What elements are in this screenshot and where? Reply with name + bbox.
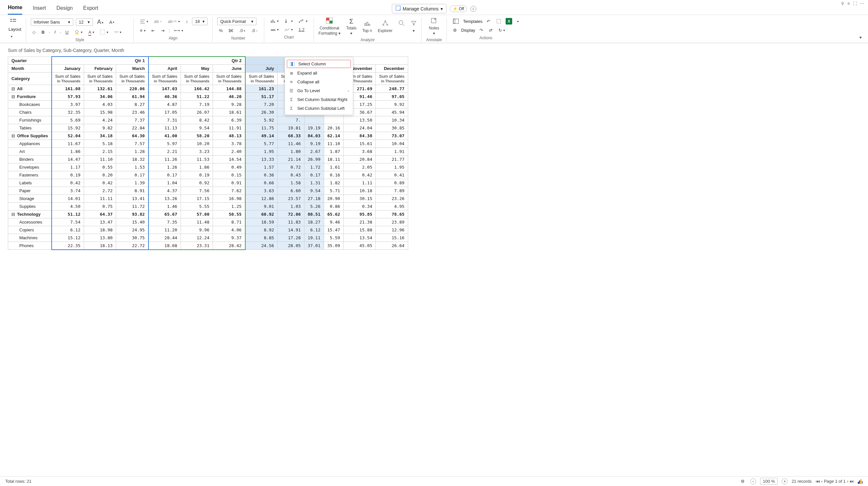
data-cell[interactable]: 9.19: [304, 139, 324, 148]
tab-design[interactable]: Design: [56, 3, 72, 14]
data-cell[interactable]: 40.36: [149, 93, 181, 100]
data-cell[interactable]: 23.26: [376, 194, 408, 202]
bar-chart-button[interactable]: [269, 18, 280, 24]
data-cell[interactable]: 0.49: [213, 163, 245, 171]
data-cell[interactable]: 5.71: [324, 187, 343, 194]
data-cell[interactable]: 9.82: [84, 124, 116, 132]
data-cell[interactable]: 61.94: [116, 93, 149, 100]
data-cell[interactable]: 9.37: [213, 234, 245, 241]
data-cell[interactable]: 46.20: [213, 93, 245, 100]
data-cell[interactable]: 13.41: [116, 194, 149, 202]
ctx-subtotal-left[interactable]: Σ Set Column Subtotal Left: [285, 104, 353, 113]
sparkbar-button[interactable]: [269, 27, 280, 33]
data-cell[interactable]: 5.59: [324, 234, 343, 241]
data-cell[interactable]: 11.53: [181, 155, 213, 163]
data-cell[interactable]: 58.20: [181, 132, 213, 139]
data-cell[interactable]: 20.90: [324, 194, 343, 202]
data-cell[interactable]: 248.77: [376, 85, 408, 93]
data-cell[interactable]: 7.19: [181, 100, 213, 108]
data-cell[interactable]: 27.18: [304, 194, 324, 202]
data-cell[interactable]: 7.89: [376, 187, 408, 194]
data-cell[interactable]: 3.97: [52, 100, 84, 108]
data-cell[interactable]: 32.35: [52, 108, 84, 116]
data-cell[interactable]: 3.63: [245, 187, 278, 194]
outdent-button[interactable]: ⇤: [150, 27, 157, 34]
tab-home[interactable]: Home: [8, 3, 22, 15]
data-cell[interactable]: 10.04: [376, 139, 408, 148]
data-cell[interactable]: 5.69: [52, 116, 84, 124]
data-cell[interactable]: 0.17: [149, 171, 181, 179]
data-cell[interactable]: 9.01: [245, 202, 278, 210]
row-header[interactable]: Office Supplies: [8, 132, 52, 139]
filter-button[interactable]: ▾: [411, 20, 417, 33]
data-cell[interactable]: 1.61: [324, 163, 343, 171]
data-cell[interactable]: 62.14: [324, 132, 343, 139]
data-cell[interactable]: 0.92: [181, 179, 213, 187]
month-feb[interactable]: February: [84, 65, 116, 72]
data-cell[interactable]: 12.24: [181, 234, 213, 241]
data-cell[interactable]: 26.64: [376, 241, 408, 250]
data-cell[interactable]: 2.40: [213, 148, 245, 155]
data-cell[interactable]: 23.89: [376, 218, 408, 226]
table-row[interactable]: Envelopes1.170.551.531.261.860.491.570.7…: [8, 163, 408, 171]
data-cell[interactable]: 23.57: [277, 194, 304, 202]
data-cell[interactable]: 8.92: [245, 226, 278, 234]
display-gear-icon[interactable]: ⚙: [451, 27, 459, 34]
indent-button[interactable]: ⇥: [159, 27, 166, 34]
data-cell[interactable]: 0.42: [52, 179, 84, 187]
data-cell[interactable]: 166.42: [181, 85, 213, 93]
ribbon-collapse-button[interactable]: ▾: [857, 33, 864, 42]
data-cell[interactable]: 161.23: [245, 85, 278, 93]
data-cell[interactable]: 8.27: [116, 100, 149, 108]
data-cell[interactable]: 4.95: [376, 202, 408, 210]
data-cell[interactable]: 4.87: [149, 100, 181, 108]
data-cell[interactable]: 10.34: [376, 116, 408, 124]
data-cell[interactable]: 4.37: [149, 187, 181, 194]
data-cell[interactable]: 2.67: [304, 148, 324, 155]
data-cell[interactable]: 13.33: [245, 155, 278, 163]
reset-section-button[interactable]: [495, 18, 503, 25]
data-cell[interactable]: 0.34: [343, 202, 375, 210]
data-cell[interactable]: 7.35: [149, 218, 181, 226]
templates-label[interactable]: Templates: [463, 19, 483, 24]
table-row[interactable]: Fasteners0.190.200.170.170.190.150.360.4…: [8, 171, 408, 179]
data-cell[interactable]: 1.72: [304, 163, 324, 171]
row-header[interactable]: Furnishings: [8, 116, 52, 124]
undo-button[interactable]: ↶: [485, 18, 492, 25]
data-cell[interactable]: 4.03: [84, 100, 116, 108]
data-cell[interactable]: 11.26: [149, 155, 181, 163]
data-cell[interactable]: 0.86: [324, 202, 343, 210]
percent-button[interactable]: %: [217, 27, 224, 34]
expand-icon[interactable]: ⛶: [853, 1, 857, 6]
data-cell[interactable]: 28.05: [277, 241, 304, 250]
data-cell[interactable]: 3.74: [52, 187, 84, 194]
data-cell[interactable]: 45.05: [343, 241, 375, 250]
display-label[interactable]: Display: [461, 28, 475, 33]
data-cell[interactable]: 21.77: [376, 155, 408, 163]
valign-button[interactable]: [138, 18, 150, 25]
power-toggle[interactable]: ⚡ Off: [450, 5, 467, 12]
data-cell[interactable]: 78.65: [376, 210, 408, 218]
data-cell[interactable]: 13.54: [343, 234, 375, 241]
tab-insert[interactable]: Insert: [33, 3, 46, 14]
filter-icon[interactable]: ≡: [847, 1, 850, 6]
stacked-bar-button[interactable]: [283, 18, 294, 24]
data-cell[interactable]: 18.68: [149, 241, 181, 250]
data-cell[interactable]: 7.: [277, 116, 304, 124]
data-cell[interactable]: 30.75: [116, 234, 149, 241]
data-cell[interactable]: 22.84: [116, 124, 149, 132]
data-cell[interactable]: 21.14: [277, 155, 304, 163]
data-cell[interactable]: 19.19: [304, 124, 324, 132]
data-cell[interactable]: 65.62: [324, 210, 343, 218]
row-header[interactable]: Fasteners: [8, 171, 52, 179]
data-cell[interactable]: 7.54: [52, 218, 84, 226]
data-cell[interactable]: 6.39: [213, 116, 245, 124]
data-cell[interactable]: 48.13: [213, 132, 245, 139]
data-cell[interactable]: 10.18: [343, 187, 375, 194]
data-cell[interactable]: 4.24: [84, 116, 116, 124]
row-header[interactable]: Storage: [8, 194, 52, 202]
data-cell[interactable]: 3.23: [181, 148, 213, 155]
table-row[interactable]: Art1.862.151.282.213.232.401.951.802.671…: [8, 148, 408, 155]
data-cell[interactable]: 0.15: [213, 171, 245, 179]
data-cell[interactable]: 2.15: [84, 148, 116, 155]
